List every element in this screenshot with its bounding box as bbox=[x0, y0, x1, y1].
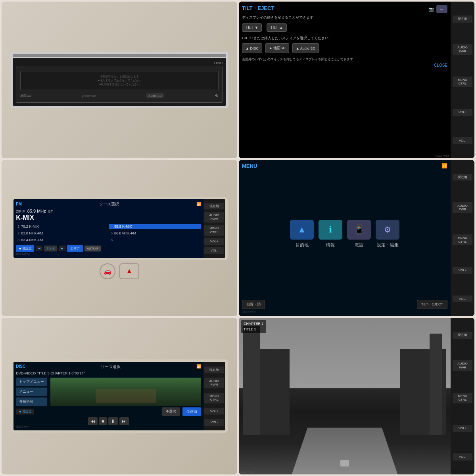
side-buttons-panel5: 現在地 AUDIOPWR MENUCTRL VOL+ VOL- bbox=[203, 362, 225, 430]
side-btn-gps-3[interactable]: 現在地 bbox=[204, 203, 224, 210]
menu-icons: ▲ 目的地 ℹ 情報 📱 電話 bbox=[242, 171, 447, 297]
panel-dvd: DISC ソース選択 📶 DVD-VIDEO TITLE 5 CHAPTER 1… bbox=[2, 318, 237, 474]
audio-sd-label: Audio SD bbox=[146, 93, 164, 98]
side-btn-audio-4[interactable]: AUDIOPWR bbox=[453, 202, 472, 213]
dvd-pause-btn[interactable]: ⏸ bbox=[108, 417, 118, 425]
side-buttons-panel4: 現在地 AUDIOPWR MENUCTRL VOL+ VOL- bbox=[451, 160, 474, 317]
side-btn-volup-5[interactable]: VOL+ bbox=[204, 408, 224, 415]
side-btn-audio-5[interactable]: AUDIOPWR bbox=[204, 378, 224, 388]
side-btn-voldown[interactable]: VOL- bbox=[453, 137, 472, 144]
side-btn-voldown-3[interactable]: VOL- bbox=[204, 247, 224, 254]
info-icon: ℹ bbox=[319, 220, 342, 240]
model-label-3: NSZT-W64 bbox=[16, 253, 201, 255]
station-name: K-MIX bbox=[16, 214, 201, 221]
radio-screen: FM ソース選択 📶 ZIP P 85.9 MHz BT K-MIX 179.2… bbox=[13, 199, 203, 258]
menu-bottom: 画質・消 TILT・EJECT bbox=[242, 300, 447, 309]
menu-item-phone[interactable]: 📱 電話 bbox=[347, 220, 371, 248]
side-btn-menu[interactable]: MENUCTRL bbox=[453, 77, 472, 87]
preset-list: 179.2 K-MIX 485.9 K-MIX 283.0 NHK-FM 586… bbox=[16, 224, 201, 243]
side-buttons-panel3: 現在地 AUDIOPWR MENUCTRL VOL+ VOL- bbox=[203, 199, 225, 258]
menu-item-destination[interactable]: ▲ 目的地 bbox=[290, 220, 314, 248]
close-notice: 画面外のいずれかのスイッチを押してもディスプレイを閉じることができます bbox=[242, 57, 447, 61]
side-btn-gps-5[interactable]: 現在地 bbox=[204, 367, 224, 374]
dvd-info-row: DVD-VIDEO TITLE 5 CHAPTER 1 0°00'14" bbox=[16, 371, 201, 375]
tilt-down-icon[interactable]: TILT ▼ bbox=[242, 23, 262, 32]
map-sd-eject-btn[interactable]: ▲ 地図SD bbox=[265, 43, 289, 53]
dvd-fullscreen-btn[interactable]: 全画面 bbox=[182, 407, 201, 416]
side-btn-menu-5[interactable]: MENUCTRL bbox=[204, 393, 224, 403]
side-btn-volup-6[interactable]: VOL+ bbox=[453, 425, 472, 432]
back-button[interactable]: ← bbox=[436, 5, 447, 13]
phone-icon: 📱 bbox=[347, 220, 371, 240]
dvd-prev-btn[interactable]: ⏮ bbox=[88, 417, 98, 425]
side-btn-audio-6[interactable]: AUDIOPWR bbox=[453, 360, 472, 371]
side-btn-gps-4[interactable]: 現在地 bbox=[453, 174, 472, 181]
model-label-6: NSZT-W64 bbox=[240, 470, 254, 473]
panel-tilt-eject: TILT・EJECT 📷 ← ディスプレイの傾きを変えることができます TILT… bbox=[239, 2, 474, 158]
side-btn-menu-6[interactable]: MENUCTRL bbox=[453, 393, 472, 403]
menu-item-settings[interactable]: ⚙ 設定・編集 bbox=[376, 220, 399, 248]
hazard-area: 🚗 ▲ bbox=[100, 263, 139, 279]
switch-btn[interactable]: 各種切替 bbox=[16, 397, 47, 406]
signal-icon-4: 📶 bbox=[441, 163, 447, 169]
side-btn-volup-4[interactable]: VOL+ bbox=[453, 267, 472, 274]
side-btn-audio[interactable]: AUDIOPWR bbox=[453, 44, 472, 55]
side-btn-menu-4[interactable]: MENUCTRL bbox=[453, 234, 472, 245]
menu-item-info[interactable]: ℹ 情報 bbox=[319, 220, 342, 248]
dvd-next-btn[interactable]: ⏭ bbox=[119, 417, 129, 425]
autop-btn[interactable]: AUTO.P bbox=[84, 246, 101, 251]
bt-label: BT bbox=[48, 209, 53, 213]
map-sd-eject-label: ▲ 地図SD bbox=[269, 46, 286, 51]
side-buttons-panel6: 現在地 AUDIOPWR MENUCTRL VOL+ VOL- bbox=[451, 318, 474, 474]
preset-3[interactable]: 383.4 NHK-FM bbox=[16, 237, 108, 243]
side-btn-gps[interactable]: 現在地 bbox=[453, 15, 472, 23]
tilt-up-icon[interactable]: TILT ▲ bbox=[267, 23, 286, 32]
preset-6[interactable]: 6 bbox=[109, 237, 201, 243]
tune-next-btn[interactable]: ► bbox=[59, 246, 65, 251]
car-button[interactable]: 🚗 bbox=[100, 263, 115, 279]
top-menu-btn[interactable]: トップメニュー bbox=[16, 378, 47, 386]
side-btn-volup-3[interactable]: VOL+ bbox=[204, 238, 224, 245]
hazard-button[interactable]: ▲ bbox=[119, 263, 139, 279]
chapter-label: CHAPTER 1 bbox=[244, 321, 264, 327]
panel-radio: FM ソース選択 📶 ZIP P 85.9 MHz BT K-MIX 179.2… bbox=[2, 160, 237, 317]
audio-setting-btn[interactable]: ◄ 音設定 bbox=[16, 245, 34, 252]
side-btn-menu-3[interactable]: MENUCTRL bbox=[204, 225, 224, 236]
zip-label: ZIP P bbox=[16, 209, 25, 213]
tilt-desc: ディスプレイの傾きを変えることができます bbox=[242, 15, 447, 20]
model-label-2: NSZT-W64 bbox=[435, 154, 449, 157]
side-btn-audio-3[interactable]: AUDIOPWR bbox=[204, 212, 224, 223]
disc-eject-btn[interactable]: ▲ DISC bbox=[242, 43, 262, 53]
preset-2[interactable]: 283.0 NHK-FM bbox=[16, 230, 108, 236]
side-btn-voldown-5[interactable]: VOL- bbox=[204, 419, 224, 426]
source-select-label: ソース選択 bbox=[99, 202, 119, 207]
tune-prev-btn[interactable]: ◄ bbox=[36, 246, 42, 251]
disc-eject-label: ▲ DISC bbox=[246, 46, 259, 50]
disc-label: DISC bbox=[214, 61, 223, 65]
tilt-eject-menu-btn[interactable]: TILT・EJECT bbox=[417, 300, 447, 309]
disc-warning3: ●取り出す方法がないでください bbox=[24, 83, 215, 86]
sd-label: 地図SD bbox=[20, 94, 31, 98]
area-btn[interactable]: エリア bbox=[67, 245, 83, 252]
side-btn-volup[interactable]: VOL+ bbox=[453, 109, 472, 116]
dvd-audio-btn[interactable]: ◄ 音設定 bbox=[16, 409, 34, 415]
preset-1[interactable]: 179.2 K-MIX bbox=[16, 224, 108, 229]
audio-sd-eject-btn[interactable]: ▲ Audio SD bbox=[292, 43, 319, 53]
preset-5[interactable]: 586.8 NHK-FM bbox=[109, 230, 201, 236]
dvd-stop-btn[interactable]: ■ bbox=[99, 417, 107, 425]
side-btn-voldown-6[interactable]: VOL- bbox=[453, 453, 472, 461]
quality-btn[interactable]: 画質・消 bbox=[242, 300, 265, 309]
close-button[interactable]: CLOSE bbox=[242, 63, 447, 67]
station-freq: 85.9 MHz bbox=[27, 209, 46, 213]
menu-btn[interactable]: メニュー bbox=[16, 388, 47, 396]
disc-warning2: ●挿入するまで放さないでください bbox=[24, 79, 215, 83]
side-btn-voldown-4[interactable]: VOL- bbox=[453, 296, 472, 303]
side-btn-gps-6[interactable]: 現在地 bbox=[453, 332, 472, 339]
preset-4[interactable]: 485.9 K-MIX bbox=[109, 224, 201, 229]
panel-menu: MENU 📶 ▲ 目的地 ℹ 情報 📱 bbox=[239, 160, 474, 317]
dvd-select-btn[interactable]: ❖選択 bbox=[162, 407, 180, 416]
video-content: CHAPTER 1 TITLE 5 bbox=[239, 318, 451, 474]
video-overlay-info: CHAPTER 1 TITLE 5 bbox=[241, 320, 266, 333]
menu-screen: MENU 📶 ▲ 目的地 ℹ 情報 📱 bbox=[239, 160, 451, 317]
dvd-playing-screen: CHAPTER 1 TITLE 5 NSZT-W64 bbox=[239, 318, 451, 474]
